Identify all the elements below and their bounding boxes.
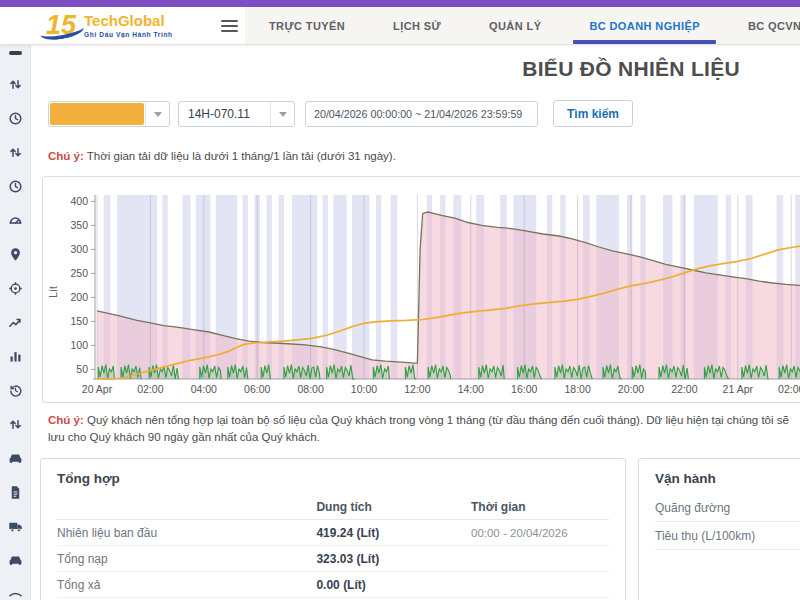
svg-text:02:00: 02:00	[778, 383, 800, 395]
company-select[interactable]	[48, 101, 170, 127]
svg-text:04:00: 04:00	[191, 383, 217, 395]
sidebar-item-9[interactable]	[0, 373, 31, 407]
nav-item-4[interactable]: BC QCVN31	[724, 7, 800, 44]
nav-item-2[interactable]: QUẢN LÝ	[465, 7, 565, 44]
summary-card: Tổng hợp Dung tíchThời gian Nhiên liệu b…	[40, 458, 626, 600]
sidebar-item-7[interactable]	[0, 305, 31, 339]
note-text: Quý khách nên tổng hợp lại toàn bộ số li…	[48, 414, 789, 443]
sidebar-item-10[interactable]	[0, 407, 31, 441]
svg-text:06:00: 06:00	[244, 383, 270, 395]
sidebar-item-8[interactable]	[0, 339, 31, 373]
svg-text:300: 300	[70, 243, 88, 255]
svg-text:200: 200	[70, 291, 88, 303]
crosshair-icon	[8, 281, 23, 296]
selected-value-highlight	[50, 103, 144, 125]
summary-header-row: Dung tíchThời gian	[57, 494, 609, 520]
main-nav: TRỰC TUYẾNLỊCH SỬQUẢN LÝBC DOANH NGHIỆPB…	[245, 7, 800, 44]
calendar-icon[interactable]	[528, 108, 529, 121]
summary-table: Dung tíchThời gian Nhiên liệu ban đầu419…	[57, 494, 609, 600]
date-range-value: 20/04/2026 00:00:00 ~ 21/04/2026 23:59:5…	[314, 108, 522, 120]
top-accent-bar	[0, 0, 800, 7]
app-window: 15 TechGlobal Ghi Dấu Vạn Hành Trình TRỰ…	[0, 0, 800, 600]
swap-vertical-icon	[8, 417, 23, 432]
sidebar	[0, 45, 31, 600]
sidebar-item-1[interactable]	[0, 101, 31, 135]
menu-icon[interactable]	[221, 20, 238, 33]
svg-text:20 Apr: 20 Apr	[82, 383, 113, 395]
row-value: 323.03 (Lít)	[316, 546, 471, 572]
svg-text:14:00: 14:00	[458, 383, 484, 395]
row-time	[471, 572, 609, 598]
note-text: Thời gian tải dữ liệu là dưới 1 tháng/1 …	[84, 150, 396, 162]
nav-item-1[interactable]: LỊCH SỬ	[369, 7, 465, 44]
svg-text:20:00: 20:00	[618, 383, 644, 395]
svg-text:16:00: 16:00	[511, 383, 537, 395]
summary-col-header-0	[57, 494, 316, 520]
map-pin-icon	[8, 247, 23, 262]
sidebar-item-4[interactable]	[0, 203, 31, 237]
summary-col-header-2: Thời gian	[471, 494, 609, 520]
row-label: Tổng xả	[57, 572, 316, 598]
operation-title: Vận hành	[655, 471, 800, 486]
note-data-retention: Chú ý: Quý khách nên tổng hợp lại toàn b…	[48, 412, 800, 446]
svg-text:22:00: 22:00	[671, 383, 697, 395]
row-time	[471, 546, 609, 572]
svg-text:12:00: 12:00	[404, 383, 430, 395]
sidebar-item-3[interactable]	[0, 169, 31, 203]
sidebar-item-2[interactable]	[0, 135, 31, 169]
summary-title: Tổng hợp	[57, 471, 609, 486]
sidebar-item-15[interactable]	[0, 577, 31, 600]
document-icon	[8, 485, 23, 500]
row-label: Nhiên liệu ban đầu	[57, 520, 316, 546]
list-item: Quãng đường	[655, 494, 800, 522]
history-icon	[8, 383, 23, 398]
svg-text:18:00: 18:00	[564, 383, 590, 395]
note-prefix: Chú ý:	[48, 414, 84, 426]
sidebar-item-6[interactable]	[0, 271, 31, 305]
sidebar-item-0[interactable]	[0, 67, 31, 101]
clock-icon	[8, 111, 23, 126]
row-value: 419.24 (Lít)	[316, 520, 471, 546]
swap-vertical-icon	[8, 145, 23, 160]
vehicle-select[interactable]: 14H-070.11	[178, 101, 295, 127]
nav-item-3[interactable]: BC DOANH NGHIỆP	[565, 7, 724, 44]
svg-text:Lít: Lít	[47, 286, 59, 298]
vehicle-select-value: 14H-070.11	[188, 102, 250, 126]
road-icon	[8, 587, 23, 600]
row-value: 0.00 (Lít)	[316, 572, 471, 598]
note-load-limit: Chú ý: Thời gian tải dữ liệu là dưới 1 t…	[48, 148, 396, 165]
table-row: Tổng xả0.00 (Lít)	[57, 572, 609, 598]
sidebar-item-12[interactable]	[0, 475, 31, 509]
search-button[interactable]: Tìm kiếm	[553, 100, 633, 127]
page-title: BIỂU ĐỒ NHIÊN LIỆU	[522, 57, 740, 81]
speedometer-icon	[8, 213, 23, 228]
swap-vertical-icon	[8, 77, 23, 92]
truck-icon	[8, 519, 23, 534]
car-icon	[8, 451, 23, 466]
app-header: 15 TechGlobal Ghi Dấu Vạn Hành Trình TRỰ…	[0, 7, 800, 45]
bar-chart-icon	[8, 349, 23, 364]
trend-line-icon	[8, 315, 23, 330]
svg-text:250: 250	[70, 267, 88, 279]
row-time: 00:00 - 20/04/2026	[471, 520, 609, 546]
chevron-down-icon	[145, 102, 169, 126]
sidebar-item-14[interactable]	[0, 543, 31, 577]
sidebar-item-11[interactable]	[0, 441, 31, 475]
sidebar-top-indicator	[9, 51, 22, 55]
brand-logo[interactable]: 15 TechGlobal Ghi Dấu Vạn Hành Trình	[46, 10, 173, 40]
svg-text:350: 350	[70, 219, 88, 231]
list-item: Tiêu thụ (L/100km)	[655, 522, 800, 550]
svg-text:21 Apr: 21 Apr	[723, 383, 754, 395]
operation-card: Vận hành Quãng đườngTiêu thụ (L/100km)	[638, 458, 800, 600]
chevron-down-icon	[270, 102, 294, 126]
sidebar-item-13[interactable]	[0, 509, 31, 543]
svg-text:400: 400	[70, 195, 88, 207]
nav-item-0[interactable]: TRỰC TUYẾN	[245, 7, 369, 44]
table-row: Nhiên liệu ban đầu419.24 (Lít)00:00 - 20…	[57, 520, 609, 546]
sidebar-item-5[interactable]	[0, 237, 31, 271]
svg-text:50: 50	[76, 363, 88, 375]
car-icon	[8, 553, 23, 568]
summary-col-header-1: Dung tích	[316, 494, 471, 520]
brand-tagline: Ghi Dấu Vạn Hành Trình	[84, 31, 173, 38]
date-range-input[interactable]: 20/04/2026 00:00:00 ~ 21/04/2026 23:59:5…	[305, 101, 538, 127]
